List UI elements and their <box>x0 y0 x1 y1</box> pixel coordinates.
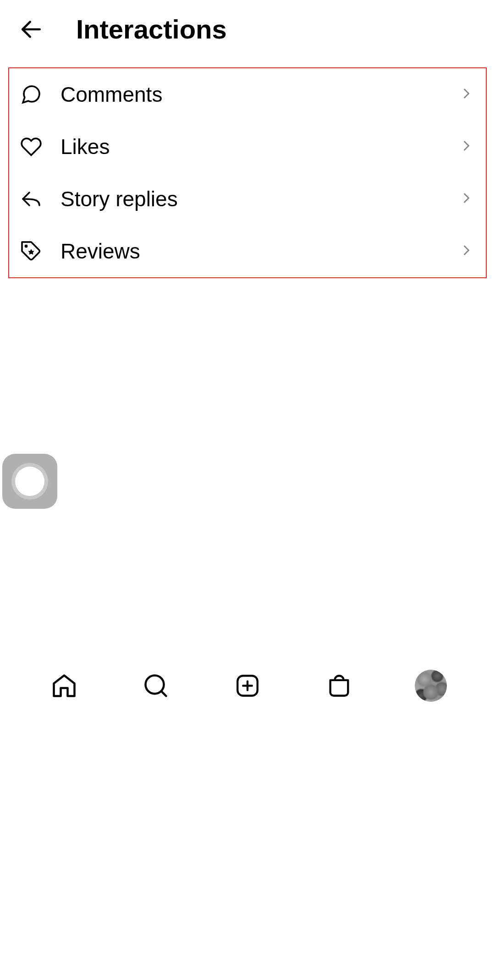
chevron-right-icon <box>458 138 475 156</box>
nav-shop[interactable] <box>323 670 355 702</box>
comment-icon <box>20 83 42 105</box>
list-item-comments[interactable]: Comments <box>9 68 486 121</box>
nav-add[interactable] <box>231 670 264 702</box>
chevron-right-icon <box>458 242 475 260</box>
shop-icon <box>326 672 352 699</box>
list-item-label: Likes <box>60 134 440 159</box>
home-icon <box>50 672 78 699</box>
page-title: Interactions <box>76 14 227 44</box>
bottom-nav <box>0 664 495 707</box>
tag-icon <box>20 240 42 262</box>
assistive-touch-button[interactable] <box>2 454 57 509</box>
add-icon <box>234 672 261 699</box>
back-button[interactable] <box>18 17 44 42</box>
header: Interactions <box>0 0 495 58</box>
list-item-label: Reviews <box>60 239 440 264</box>
nav-profile[interactable] <box>415 670 447 702</box>
chevron-right-icon <box>458 190 475 208</box>
search-icon <box>142 672 170 699</box>
svg-point-1 <box>25 245 27 247</box>
list-item-label: Comments <box>60 82 440 107</box>
heart-icon <box>20 136 42 158</box>
nav-search[interactable] <box>140 670 172 702</box>
list-item-likes[interactable]: Likes <box>9 121 486 173</box>
arrow-left-icon <box>18 17 44 42</box>
avatar <box>415 670 447 702</box>
svg-line-3 <box>161 691 166 696</box>
chevron-right-icon <box>458 85 475 104</box>
list-item-story-replies[interactable]: Story replies <box>9 173 486 225</box>
nav-home[interactable] <box>48 670 80 702</box>
reply-icon <box>20 188 42 210</box>
list-item-reviews[interactable]: Reviews <box>9 225 486 277</box>
interactions-list: Comments Likes Story replies <box>8 67 487 278</box>
list-item-label: Story replies <box>60 187 440 211</box>
